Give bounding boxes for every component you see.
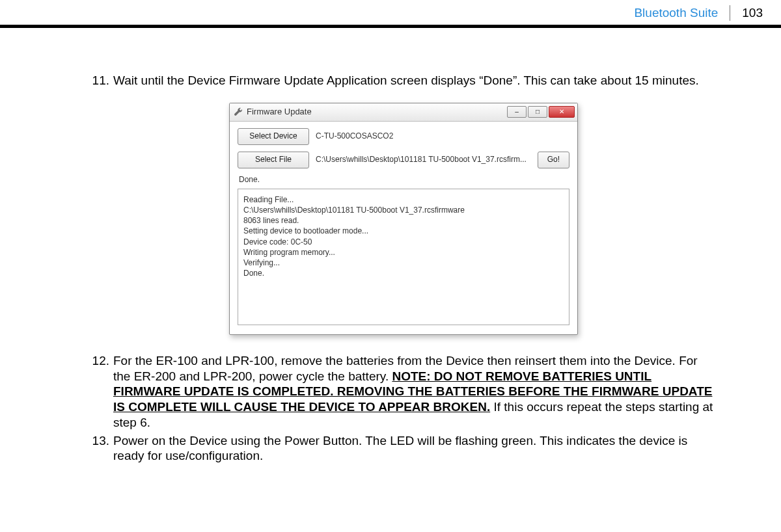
window-body: Select Device C-TU-500COSASCO2 Select Fi… [230, 122, 577, 334]
step-number: 13. [91, 433, 109, 464]
step-12: 12. For the ER-100 and LPR-100, remove t… [91, 353, 716, 431]
select-device-button[interactable]: Select Device [238, 128, 309, 145]
log-line: Reading File... [243, 194, 564, 205]
body-content: 11. Wait until the Device Firmware Updat… [91, 73, 716, 466]
step-text: For the ER-100 and LPR-100, remove the b… [113, 353, 716, 431]
step-11: 11. Wait until the Device Firmware Updat… [91, 73, 716, 88]
device-value: C-TU-500COSASCO2 [316, 131, 569, 141]
minimize-button[interactable]: – [507, 106, 527, 118]
close-button[interactable]: ✕ [549, 106, 575, 118]
log-output: Reading File... C:\Users\whills\Desktop\… [238, 189, 569, 325]
step-text: Power on the Device using the Power Butt… [113, 433, 716, 464]
log-line: Done. [243, 268, 564, 278]
step-number: 11. [91, 73, 109, 88]
page-number: 103 [742, 6, 763, 20]
log-line: Setting device to bootloader mode... [243, 226, 564, 236]
log-line: C:\Users\whills\Desktop\101181 TU-500boo… [243, 205, 564, 215]
log-line: Writing program memory... [243, 247, 564, 258]
maximize-button[interactable]: □ [528, 106, 547, 118]
go-button[interactable]: Go! [538, 152, 569, 168]
window-title: Firmware Update [247, 107, 507, 117]
header-divider [730, 5, 730, 21]
step-text: Wait until the Device Firmware Update Ap… [113, 73, 716, 88]
header-rule [0, 25, 781, 28]
file-value: C:\Users\whills\Desktop\101181 TU-500boo… [316, 155, 531, 165]
log-line: Verifying... [243, 258, 564, 268]
step-13: 13. Power on the Device using the Power … [91, 433, 716, 464]
firmware-update-window: Firmware Update – □ ✕ Select Device C-TU… [229, 103, 578, 335]
wrench-icon [234, 107, 243, 116]
window-titlebar[interactable]: Firmware Update – □ ✕ [230, 103, 577, 122]
log-line: Device code: 0C-50 [243, 237, 564, 247]
select-file-button[interactable]: Select File [238, 152, 309, 168]
step-number: 12. [91, 353, 109, 431]
firmware-update-screenshot: Firmware Update – □ ✕ Select Device C-TU… [229, 103, 578, 335]
section-title: Bluetooth Suite [634, 6, 718, 20]
log-line: 8063 lines read. [243, 215, 564, 226]
status-text: Done. [239, 175, 568, 185]
